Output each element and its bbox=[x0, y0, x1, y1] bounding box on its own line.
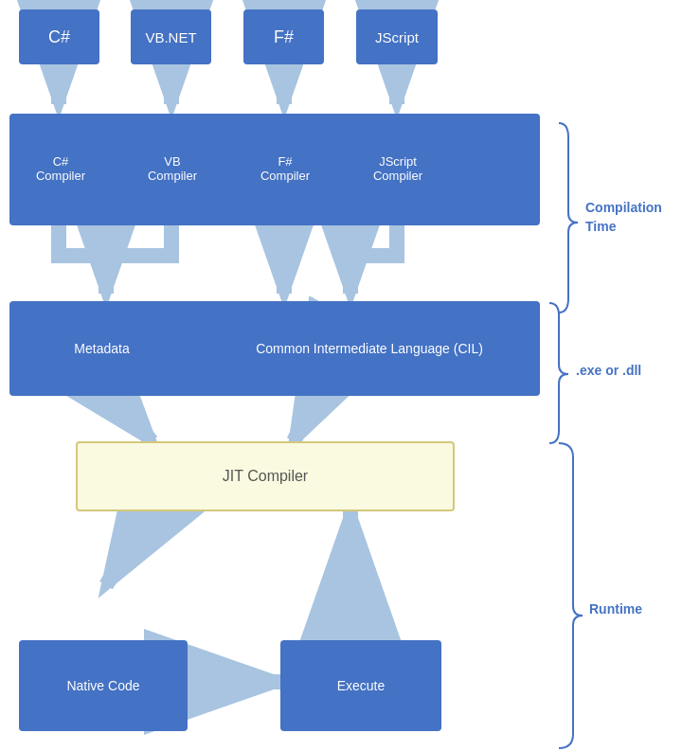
compilation-time-label: Compilation Time bbox=[585, 199, 690, 236]
native-code-box: Native Code bbox=[19, 640, 188, 731]
diagram: C# VB.NET F# JScript C# Compiler VB Comp… bbox=[0, 0, 700, 751]
exe-dll-label: .exe or .dll bbox=[576, 363, 690, 378]
fsharp-box: F# bbox=[243, 9, 324, 64]
runtime-label: Runtime bbox=[589, 601, 684, 617]
jscript-box: JScript bbox=[356, 9, 438, 64]
vbnet-box: VB.NET bbox=[131, 9, 211, 64]
csharp-box: C# bbox=[19, 9, 99, 64]
jit-box: JIT Compiler bbox=[76, 441, 455, 511]
execute-box: Execute bbox=[280, 640, 441, 731]
cil-box: Common Intermediate Language (CIL) bbox=[208, 311, 530, 386]
metadata-box: Metadata bbox=[19, 311, 185, 386]
svg-line-8 bbox=[106, 511, 152, 585]
jscript-compiler-box: JScript Compiler bbox=[356, 123, 440, 214]
fsharp-compiler-box: F# Compiler bbox=[243, 123, 327, 214]
vb-compiler-box: VB Compiler bbox=[131, 123, 214, 214]
csharp-compiler-box: C# Compiler bbox=[19, 123, 102, 214]
